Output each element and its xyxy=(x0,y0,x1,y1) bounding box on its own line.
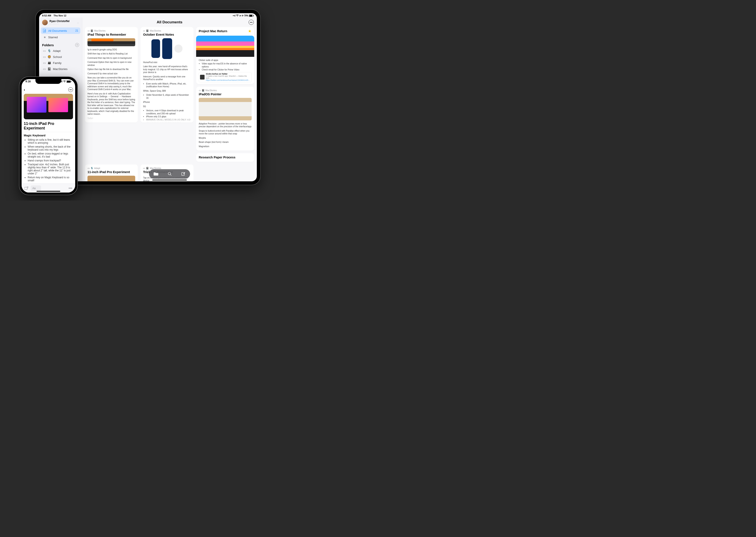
folder-label: Family xyxy=(53,62,61,64)
search-icon[interactable] xyxy=(168,172,172,176)
sidebar-item-all-documents[interactable]: All Documents 21 xyxy=(41,27,80,34)
card-thumbnail xyxy=(196,36,254,57)
iphone-device-frame: 9:16 ıl ‹ ••• 11-inch iPad Pro Ex xyxy=(19,77,77,195)
svg-rect-4 xyxy=(181,173,184,175)
card-path-label: MacStories xyxy=(94,29,106,32)
card-title: 11-inch iPad Pro Experiment xyxy=(88,170,135,174)
signal-icon: ••ıl xyxy=(233,15,236,17)
folder-icon: ▭ xyxy=(43,55,46,59)
card-text: Later this year: new hand-off experience… xyxy=(143,65,191,74)
notch xyxy=(35,79,61,84)
card-thumbnail xyxy=(88,38,135,46)
profile-subtext: ··· · ······ ·· xyxy=(50,23,69,25)
doc-card-ipad-things[interactable]: ▭📓MacStories iPad Things to Remember !g … xyxy=(85,27,138,123)
card-bullet: Verizon, over 4 Gbps download in peak co… xyxy=(146,109,191,115)
card-bullet: Video apps for macOS in the absence of n… xyxy=(202,62,252,68)
list-item: Hand cramps from trackpad? xyxy=(28,159,73,162)
status-time: 9:16 xyxy=(25,80,31,83)
folder-item-school[interactable]: ▭ 🦁 School xyxy=(41,54,80,60)
sidebar-item-label: Starred xyxy=(48,36,58,39)
folder-emoji: 📓 xyxy=(91,29,93,32)
page-title: All Documents xyxy=(157,20,182,24)
compose-icon[interactable] xyxy=(181,172,186,176)
wifi-icon xyxy=(236,15,239,17)
folder-emoji: 👨‍👩‍👧 xyxy=(48,61,51,64)
card-text: Option then tap file link to download th… xyxy=(88,68,135,71)
avatar xyxy=(42,20,48,25)
sidebar-item-starred[interactable]: ★ Starred xyxy=(41,34,80,40)
card-path-label: MacStories xyxy=(150,29,161,32)
card-title: Research Paper Process xyxy=(199,155,252,160)
card-text: Command-0 tp view actual size xyxy=(88,72,135,75)
note-title: 11-inch iPad Pro Experiment xyxy=(24,121,73,131)
card-title: Project Mac Return xyxy=(199,29,252,33)
sidebar-item-count: 21 xyxy=(75,29,78,32)
doc-card-project-mac-return[interactable]: ★ Project Mac Return Clicker suite of ap… xyxy=(196,27,254,84)
doc-card-research-paper-process[interactable]: Research Paper Process xyxy=(196,153,254,162)
document-icon xyxy=(43,29,47,32)
folder-item-adapt[interactable]: ▭ 🎙️ Adapt xyxy=(41,48,80,54)
svg-rect-6 xyxy=(67,81,70,82)
doc-card-ipados-pointer[interactable]: ▭📓MacStories iPadOS Pointer Adaptive Pre… xyxy=(196,87,254,151)
document-grid: ▭📓MacStories iPad Things to Remember !g … xyxy=(82,27,257,181)
wifi-icon xyxy=(63,80,66,83)
card-thumbnail xyxy=(143,38,191,59)
add-folder-button[interactable]: + xyxy=(75,43,79,47)
link-url: https://twitter.com/sindresorhus/status/… xyxy=(206,79,250,81)
folder-icon: ▭ xyxy=(43,61,46,64)
more-button[interactable]: ••• xyxy=(68,87,73,92)
card-bullet: Even works with Watch, iPhone, iPad, etc… xyxy=(146,82,191,88)
iphone-screen: 9:16 ıl ‹ ••• 11-inch iPad Pro Ex xyxy=(21,79,75,192)
battery-icon xyxy=(66,80,71,83)
format-field[interactable]: Aa xyxy=(31,186,41,191)
card-bullet: Check email for Clicker for Prime Video xyxy=(202,68,252,71)
hero-image xyxy=(24,94,73,119)
format-placeholder: Aa xyxy=(32,187,36,190)
folder-icon: ▭ xyxy=(43,49,46,53)
folder-item-macstories[interactable]: ▭ 📓 MacStories xyxy=(41,66,80,72)
more-icon[interactable]: ••• xyxy=(68,186,73,191)
svg-rect-8 xyxy=(24,187,27,189)
main-area: All Documents ••• ▭📓MacStories iPad Thin… xyxy=(82,18,257,181)
svg-rect-2 xyxy=(253,15,254,16)
sidebar-heading-folders: Folders + xyxy=(41,40,80,48)
folder-emoji: 🎙️ xyxy=(91,167,93,170)
chevron-down-icon: ⌄ xyxy=(77,21,79,24)
folder-icon: ▭ xyxy=(88,167,90,170)
home-indicator[interactable] xyxy=(152,180,187,181)
floating-toolbar xyxy=(149,169,190,179)
card-text: Morphs xyxy=(199,137,252,140)
list-item: Trackpad size: 4x2 inches. Both just sli… xyxy=(28,163,73,175)
card-title: iPad Things to Remember xyxy=(88,33,135,37)
ipad-status-bar: 8:52 AM Thu Nov 12 ••ıl ➤ ⟳ 79% xyxy=(39,13,257,18)
more-button[interactable]: ••• xyxy=(248,20,254,25)
profile-row[interactable]: Ryan Christoffel ··· · ······ ·· ⌄ xyxy=(41,19,80,27)
folder-item-family[interactable]: ▭ 👨‍👩‍👧 Family xyxy=(41,60,80,66)
folder-emoji: 📓 xyxy=(202,89,205,92)
iphone-content: ‹ ••• 11-inch iPad Pro Experiment Magic … xyxy=(21,86,75,192)
card-text: Beam shape (text form) I-beam xyxy=(199,141,252,144)
card-text: Clicker suite of apps xyxy=(199,59,252,62)
link-text: "I made a new macOS app: Shareful — Make… xyxy=(206,75,250,79)
home-indicator[interactable] xyxy=(36,191,60,192)
note-bullet-list: Sitting on sofa is fine, but it still le… xyxy=(24,138,73,182)
rotation-lock-icon: ⟳ xyxy=(242,15,244,17)
add-block-icon[interactable] xyxy=(24,186,29,191)
doc-card-october-event[interactable]: ▭📓MacStories October Event Notes HomePod… xyxy=(140,27,193,123)
star-icon: ★ xyxy=(43,35,47,39)
status-right-cluster: ••ıl ➤ ⟳ 79% xyxy=(233,15,254,17)
folder-icon: ▭ xyxy=(199,89,201,92)
location-icon: ➤ xyxy=(239,15,241,17)
avatar-icon xyxy=(200,75,205,79)
card-text: Magnetism xyxy=(199,145,252,148)
folder-label: School xyxy=(53,55,62,59)
card-path-label: MacStories xyxy=(206,89,217,92)
main-header: All Documents ••• xyxy=(82,18,257,27)
back-button[interactable]: ‹ xyxy=(24,88,25,92)
folder-icon: ▭ xyxy=(43,67,46,71)
list-item: Return key on Magic Keyboard is so small… xyxy=(28,176,73,182)
card-text: Here's how you do it: with Auto-Capitali… xyxy=(88,92,135,116)
doc-card-11in-ipad-experiment[interactable]: ▭🎙️Adapt 11-inch iPad Pro Experiment Mag… xyxy=(85,164,138,181)
card-title: iPadOS Pointer xyxy=(199,92,252,97)
folder-icon[interactable] xyxy=(154,172,158,176)
